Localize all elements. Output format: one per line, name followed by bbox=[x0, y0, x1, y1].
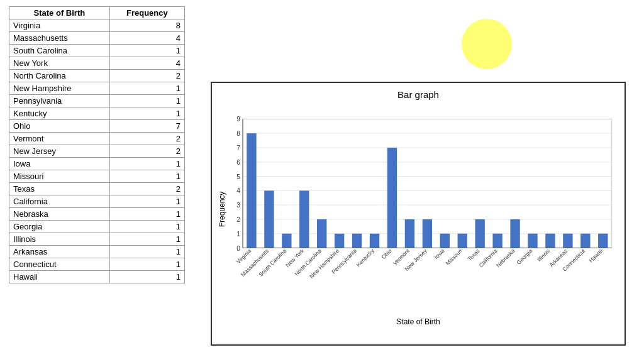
table-row: Vermont2 bbox=[9, 133, 185, 145]
svg-text:3: 3 bbox=[236, 202, 240, 209]
svg-rect-45 bbox=[458, 234, 467, 248]
svg-text:Illinois: Illinois bbox=[536, 248, 552, 263]
table-cell: 1 bbox=[109, 95, 184, 107]
table-row: Ohio7 bbox=[9, 120, 185, 133]
svg-rect-35 bbox=[370, 234, 379, 248]
table-row: North Carolina2 bbox=[9, 70, 185, 82]
svg-rect-21 bbox=[247, 133, 256, 248]
table-cell: North Carolina bbox=[9, 70, 110, 82]
table-row: Arkansas1 bbox=[9, 246, 185, 258]
svg-rect-31 bbox=[335, 234, 344, 248]
table-cell: 1 bbox=[109, 246, 184, 258]
col-header-state: State of Birth bbox=[9, 7, 110, 19]
table-row: Virginia8 bbox=[9, 19, 185, 32]
svg-rect-29 bbox=[317, 219, 326, 248]
svg-text:Missouri: Missouri bbox=[445, 248, 464, 266]
svg-rect-53 bbox=[528, 234, 537, 248]
table-cell: 7 bbox=[109, 120, 184, 133]
table-row: Iowa1 bbox=[9, 158, 185, 170]
svg-rect-33 bbox=[352, 234, 362, 248]
bar-chart-svg: 0123456789VirginiaMassachusettsSouth Car… bbox=[218, 102, 618, 316]
svg-text:9: 9 bbox=[236, 116, 240, 123]
svg-text:4: 4 bbox=[236, 187, 240, 194]
col-header-frequency: Frequency bbox=[109, 7, 184, 19]
table-cell: 1 bbox=[109, 233, 184, 246]
table-cell: 1 bbox=[109, 195, 184, 208]
table-cell: 1 bbox=[109, 107, 184, 120]
svg-rect-23 bbox=[264, 190, 274, 248]
table-cell: 1 bbox=[109, 221, 184, 233]
svg-text:Hawaii: Hawaii bbox=[588, 248, 604, 264]
svg-text:Georgia: Georgia bbox=[515, 248, 533, 266]
svg-text:1: 1 bbox=[236, 231, 240, 238]
table-cell: California bbox=[9, 195, 110, 208]
svg-rect-47 bbox=[475, 219, 485, 248]
table-row: California1 bbox=[9, 195, 185, 208]
svg-rect-43 bbox=[440, 234, 450, 248]
svg-text:Ohio: Ohio bbox=[380, 248, 393, 260]
svg-text:Nebraska: Nebraska bbox=[495, 248, 516, 269]
svg-text:7: 7 bbox=[236, 145, 240, 151]
table-cell: New Jersey bbox=[9, 145, 110, 158]
table-cell: Illinois bbox=[9, 233, 110, 246]
y-axis-label: Frequency bbox=[218, 192, 226, 228]
table-cell: Arkansas bbox=[9, 246, 110, 258]
table-cell: Hawaii bbox=[9, 271, 110, 283]
table-cell: 1 bbox=[109, 271, 184, 283]
svg-text:Kentucky: Kentucky bbox=[355, 248, 376, 268]
table-cell: 1 bbox=[109, 170, 184, 183]
table-row: New Hampshire1 bbox=[9, 82, 185, 95]
table-cell: New Hampshire bbox=[9, 82, 110, 95]
table-cell: 1 bbox=[109, 82, 184, 95]
table-row: Hawaii1 bbox=[9, 271, 185, 283]
table-cell: Iowa bbox=[9, 158, 110, 170]
table-cell: 2 bbox=[109, 183, 184, 195]
table-cell: 1 bbox=[109, 208, 184, 221]
table-row: New Jersey2 bbox=[9, 145, 185, 158]
table-row: Massachusetts4 bbox=[9, 32, 185, 45]
x-axis-label: State of Birth bbox=[218, 317, 618, 326]
table-cell: 1 bbox=[109, 45, 184, 57]
svg-text:8: 8 bbox=[236, 130, 240, 137]
table-cell: Nebraska bbox=[9, 208, 110, 221]
svg-text:Texas: Texas bbox=[466, 248, 481, 263]
table-row: Kentucky1 bbox=[9, 107, 185, 120]
svg-text:Iowa: Iowa bbox=[433, 248, 446, 260]
svg-rect-59 bbox=[580, 234, 590, 248]
table-cell: 2 bbox=[109, 145, 184, 158]
table-cell: 2 bbox=[109, 133, 184, 145]
table-cell: Texas bbox=[9, 183, 110, 195]
table-cell: 4 bbox=[109, 57, 184, 70]
table-row: Pennsylvania1 bbox=[9, 95, 185, 107]
table-cell: South Carolina bbox=[9, 45, 110, 57]
table-row: Missouri1 bbox=[9, 170, 185, 183]
table-row: Connecticut1 bbox=[9, 258, 185, 271]
svg-text:5: 5 bbox=[236, 173, 240, 180]
svg-rect-27 bbox=[299, 190, 309, 248]
table-cell: Ohio bbox=[9, 120, 110, 133]
svg-text:2: 2 bbox=[236, 216, 240, 223]
table-row: Texas2 bbox=[9, 183, 185, 195]
table-cell: 1 bbox=[109, 158, 184, 170]
svg-rect-51 bbox=[510, 219, 519, 248]
table-cell: Connecticut bbox=[9, 258, 110, 271]
svg-rect-49 bbox=[492, 234, 502, 248]
chart-title: Bar graph bbox=[218, 89, 618, 100]
table-row: Illinois1 bbox=[9, 233, 185, 246]
table-row: New York4 bbox=[9, 57, 185, 70]
svg-rect-37 bbox=[387, 148, 397, 248]
svg-rect-55 bbox=[545, 234, 555, 248]
table-cell: 2 bbox=[109, 70, 184, 82]
table-cell: New York bbox=[9, 57, 110, 70]
annotation-circle bbox=[462, 19, 512, 69]
table-cell: Missouri bbox=[9, 170, 110, 183]
svg-text:0: 0 bbox=[236, 245, 240, 252]
chart-inner: Frequency 0123456789VirginiaMassachusett… bbox=[218, 102, 618, 316]
svg-rect-41 bbox=[423, 219, 432, 248]
bar-chart-container: Bar graph Frequency 0123456789VirginiaMa… bbox=[211, 82, 626, 346]
table-cell: Vermont bbox=[9, 133, 110, 145]
table-row: Nebraska1 bbox=[9, 208, 185, 221]
table-cell: Massachusetts bbox=[9, 32, 110, 45]
table-cell: Kentucky bbox=[9, 107, 110, 120]
svg-rect-61 bbox=[598, 234, 608, 248]
